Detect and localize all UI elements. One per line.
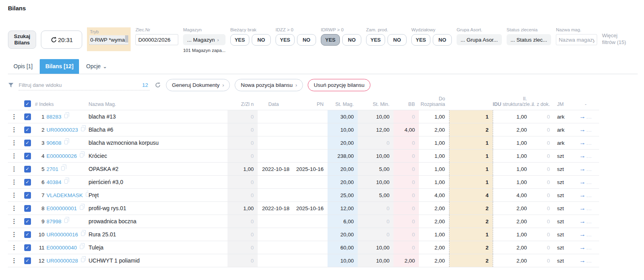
row-checkbox[interactable]: ✓ bbox=[24, 179, 31, 186]
header-struktura[interactable]: Il. IDU struktura/zle... bbox=[493, 94, 531, 110]
zlec-nr-input[interactable] bbox=[135, 34, 178, 45]
copy-icon[interactable] bbox=[81, 127, 85, 131]
copy-icon[interactable] bbox=[81, 232, 85, 236]
row-checkbox[interactable]: ✓ bbox=[24, 231, 31, 238]
copy-icon[interactable] bbox=[86, 192, 89, 197]
goto-arrow-icon[interactable]: → bbox=[579, 152, 586, 159]
more-actions-dots[interactable]: ... bbox=[586, 245, 592, 251]
cell-idu-editable[interactable]: 1 bbox=[449, 176, 493, 189]
more-actions-dots[interactable]: ... bbox=[586, 179, 592, 185]
tab-opis[interactable]: Opis [1] bbox=[8, 59, 38, 74]
goto-arrow-icon[interactable]: → bbox=[579, 257, 586, 264]
kebab-menu-icon[interactable]: ⋮ bbox=[9, 139, 19, 146]
kebab-menu-icon[interactable]: ⋮ bbox=[9, 244, 19, 251]
copy-icon[interactable] bbox=[64, 179, 68, 184]
header-st-mag[interactable]: St. Mag. bbox=[328, 94, 358, 110]
header-pn[interactable]: PN bbox=[293, 94, 328, 110]
copy-icon[interactable] bbox=[80, 205, 83, 210]
copy-icon[interactable] bbox=[61, 166, 65, 171]
nazwa-mag-input[interactable] bbox=[556, 34, 597, 45]
index-link[interactable]: 40384 bbox=[46, 179, 62, 185]
toggle-yes-button[interactable]: YES bbox=[230, 34, 249, 46]
goto-arrow-icon[interactable]: → bbox=[579, 139, 586, 146]
header-bb[interactable]: BB bbox=[393, 94, 419, 110]
cell-idu-editable[interactable]: 2 bbox=[449, 241, 493, 254]
kebab-menu-icon[interactable]: ⋮ bbox=[9, 218, 19, 224]
row-checkbox[interactable]: ✓ bbox=[24, 127, 31, 133]
row-checkbox[interactable]: ✓ bbox=[24, 153, 31, 159]
header-do-rozpisania[interactable]: Do Rozpisania bbox=[419, 94, 449, 110]
header-zzl[interactable]: Z/Zl n bbox=[228, 94, 258, 110]
goto-arrow-icon[interactable]: → bbox=[579, 231, 586, 238]
tab-bilans[interactable]: Bilans [12] bbox=[40, 59, 79, 74]
view-filter-input[interactable] bbox=[19, 82, 142, 88]
toggle-yes-button[interactable]: YES bbox=[276, 34, 295, 46]
more-actions-dots[interactable]: ... bbox=[586, 127, 592, 133]
cell-idu-editable[interactable]: 1 bbox=[449, 150, 493, 163]
kebab-menu-icon[interactable]: ⋮ bbox=[9, 126, 19, 133]
index-link[interactable]: 2701 bbox=[46, 166, 58, 172]
tab-opcje[interactable]: Opcje⌄ bbox=[81, 59, 112, 74]
toggle-no-button[interactable]: NO bbox=[342, 34, 361, 46]
goto-arrow-icon[interactable]: → bbox=[579, 192, 586, 198]
index-link[interactable]: UR00000023 bbox=[46, 127, 78, 133]
more-filters-link[interactable]: Więcej filtrów (15) bbox=[602, 32, 631, 46]
kebab-menu-icon[interactable]: ⋮ bbox=[9, 257, 19, 264]
refresh-grid-icon[interactable] bbox=[154, 82, 161, 88]
toggle-yes-button[interactable]: YES bbox=[411, 34, 430, 46]
copy-icon[interactable] bbox=[64, 140, 68, 144]
more-actions-dots[interactable]: ... bbox=[586, 205, 592, 211]
toggle-no-button[interactable]: NO bbox=[388, 34, 407, 46]
toggle-no-button[interactable]: NO bbox=[252, 34, 271, 46]
index-link[interactable]: 88283 bbox=[46, 114, 62, 120]
row-checkbox[interactable]: ✓ bbox=[24, 166, 31, 173]
row-checkbox[interactable]: ✓ bbox=[24, 244, 31, 251]
copy-icon[interactable] bbox=[80, 153, 83, 157]
goto-arrow-icon[interactable]: → bbox=[579, 126, 586, 133]
row-checkbox[interactable]: ✓ bbox=[24, 113, 31, 120]
toggle-yes-button[interactable]: YES bbox=[366, 34, 385, 46]
copy-icon[interactable] bbox=[81, 258, 85, 262]
copy-icon[interactable] bbox=[64, 219, 68, 223]
more-actions-dots[interactable]: ... bbox=[586, 153, 592, 159]
kebab-menu-icon[interactable]: ⋮ bbox=[9, 231, 19, 238]
kebab-menu-icon[interactable]: ⋮ bbox=[9, 178, 19, 185]
magazyn-select[interactable]: ... Magazyn › bbox=[183, 34, 226, 45]
cell-idu-editable[interactable]: 4 bbox=[449, 189, 493, 202]
cell-idu-editable[interactable]: 1 bbox=[449, 136, 493, 150]
index-link[interactable]: UR00000028 bbox=[46, 258, 78, 264]
toggle-yes-button[interactable]: YES bbox=[321, 34, 340, 46]
kebab-menu-icon[interactable]: ⋮ bbox=[9, 113, 19, 120]
goto-arrow-icon[interactable]: → bbox=[579, 218, 586, 224]
tryb-scrollbar[interactable] bbox=[125, 35, 128, 42]
cell-idu-editable[interactable]: 2 bbox=[449, 254, 493, 267]
index-link[interactable]: 90608 bbox=[46, 140, 62, 146]
header-il-z-dok[interactable]: il. z dok. bbox=[531, 94, 554, 110]
row-checkbox[interactable]: ✓ bbox=[24, 205, 31, 212]
header-nazwa[interactable]: Nazwa Mag. bbox=[89, 94, 228, 110]
row-checkbox[interactable]: ✓ bbox=[24, 218, 31, 225]
goto-arrow-icon[interactable]: → bbox=[579, 178, 586, 185]
index-link[interactable]: E000000040 bbox=[46, 245, 77, 251]
cell-idu-editable[interactable]: 2 bbox=[449, 123, 493, 136]
header-st-min[interactable]: St. Min. bbox=[358, 94, 393, 110]
index-link[interactable]: E000000001 bbox=[46, 205, 77, 211]
more-actions-dots[interactable]: ... bbox=[586, 232, 592, 238]
toggle-no-button[interactable]: NO bbox=[297, 34, 316, 46]
row-checkbox[interactable]: ✓ bbox=[24, 192, 31, 199]
copy-icon[interactable] bbox=[80, 245, 83, 249]
toggle-no-button[interactable]: NO bbox=[433, 34, 452, 46]
filter-funnel-icon[interactable] bbox=[8, 82, 14, 88]
more-actions-dots[interactable]: ... bbox=[586, 166, 592, 172]
more-actions-dots[interactable]: ... bbox=[586, 258, 592, 264]
header-jm[interactable]: JM bbox=[554, 94, 572, 110]
row-checkbox[interactable]: ✓ bbox=[24, 257, 31, 264]
generate-documents-button[interactable]: Generuj Dokumenty › bbox=[166, 79, 230, 91]
cell-idu-editable[interactable]: 1 bbox=[449, 228, 493, 241]
index-link[interactable]: UR00000016 bbox=[46, 232, 78, 238]
kebab-menu-icon[interactable]: ⋮ bbox=[9, 205, 19, 211]
refresh-timer-button[interactable]: 20:31 bbox=[41, 31, 82, 49]
index-link[interactable]: 87998 bbox=[46, 219, 62, 224]
goto-arrow-icon[interactable]: → bbox=[579, 244, 586, 251]
header-indeks[interactable]: # Indeks bbox=[35, 94, 89, 110]
